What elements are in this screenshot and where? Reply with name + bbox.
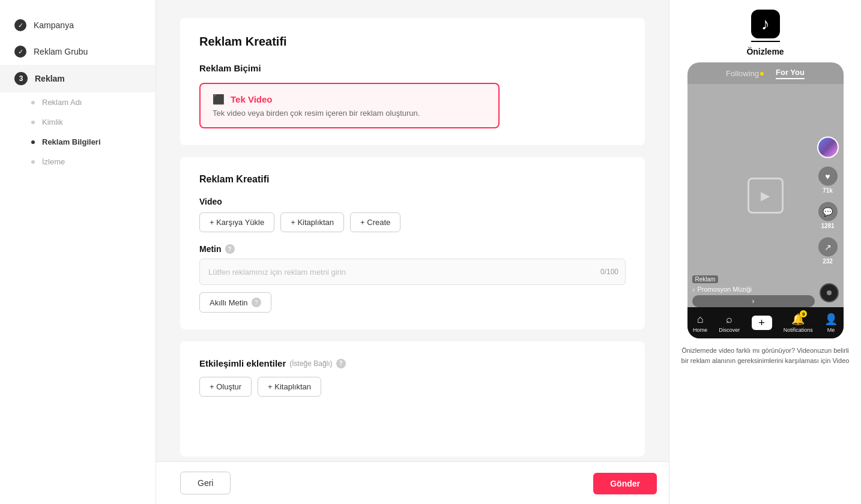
dot-reklam-adi: [31, 101, 35, 104]
nav-notifications-label: Notifications: [784, 327, 813, 333]
dot-reklam-bilgileri: [31, 140, 35, 144]
sidebar: ✓ Kampanya ✓ Reklam Grubu 3 Reklam Rekla…: [0, 0, 156, 504]
format-tek-video[interactable]: ⬛ Tek Video Tek video veya birden çok re…: [199, 83, 500, 128]
search-icon: ⌕: [726, 313, 733, 326]
metin-help-icon[interactable]: ?: [225, 244, 235, 254]
sidebar-subitem-reklam-bilgileri[interactable]: Reklam Bilgileri: [0, 132, 156, 152]
dot-izleme: [31, 160, 35, 164]
metin-label-row: Metin ?: [199, 244, 626, 254]
home-icon: ⌂: [697, 313, 704, 326]
sidebar-sublabel-reklam-adi: Reklam Adı: [42, 98, 82, 107]
sidebar-item-kampanya[interactable]: ✓ Kampanya: [0, 12, 156, 38]
phone-right-icons: ♥ 71k 💬 1281 ↗ 232: [817, 137, 839, 265]
comment-icon: 💬: [818, 202, 838, 221]
step-num-reklam: 3: [14, 72, 28, 85]
nav-me[interactable]: 👤 Me: [824, 313, 838, 333]
sidebar-subitem-reklam-adi[interactable]: Reklam Adı: [0, 92, 156, 112]
check-icon-kampanya: ✓: [14, 19, 26, 31]
heart-icon: ♥: [818, 167, 838, 186]
etkilesim-help-icon[interactable]: ?: [336, 359, 346, 368]
preview-info: Önizlemede video farklı mı görünüyor? Vi…: [679, 346, 851, 365]
nav-add[interactable]: +: [752, 316, 772, 330]
reklam-badge: Reklam: [692, 275, 719, 283]
spinning-disc: [820, 283, 839, 302]
phone-top-bar: Following For You: [687, 62, 844, 84]
tiktok-logo: ♪: [751, 10, 780, 38]
avatar: [817, 137, 839, 158]
music-progress-bar: ›: [692, 295, 815, 307]
music-label: Promosyon Müziği: [698, 286, 752, 293]
format-options: ⬛ Tek Video Tek video veya birden çok re…: [199, 83, 626, 128]
check-icon-reklam-grubu: ✓: [14, 46, 26, 58]
metin-label-text: Metin: [199, 244, 222, 254]
etkilesim-section: Etkileşimli eklentiler (İsteğe Bağlı) ? …: [180, 341, 645, 457]
back-button[interactable]: Geri: [180, 472, 231, 494]
nav-discover-label: Discover: [719, 327, 740, 333]
share-action[interactable]: ↗ 232: [818, 238, 838, 265]
tab-following-label: Following: [726, 69, 759, 78]
etkilesim-label-row: Etkileşimli eklentiler (İsteğe Bağlı) ?: [199, 358, 626, 368]
sidebar-label-kampanya: Kampanya: [34, 20, 74, 30]
sidebar-sublabel-izleme: İzleme: [42, 157, 65, 166]
preview-label: Önizleme: [746, 47, 784, 56]
video-format-icon: ⬛: [213, 94, 225, 105]
etkilesim-label-text: Etkileşimli eklentiler: [199, 358, 286, 368]
etkilesim-create-btn[interactable]: + Oluştur: [199, 377, 252, 397]
kreativ-title: Reklam Kreatifi: [199, 174, 626, 185]
video-label: Video: [199, 197, 626, 206]
library-btn[interactable]: + Kitaplıktan: [280, 212, 344, 232]
etkilesim-library-btn[interactable]: + Kitaplıktan: [258, 377, 321, 397]
notifications-icon: 🔔: [791, 313, 805, 326]
ad-format-card: Reklam Kreatifi Reklam Biçimi ⬛ Tek Vide…: [180, 18, 645, 145]
page-title: Reklam Kreatifi: [199, 35, 626, 49]
nav-discover[interactable]: ⌕ Discover: [719, 313, 740, 333]
video-placeholder: [748, 178, 784, 214]
following-dot: [760, 72, 764, 76]
sidebar-item-reklam-grubu[interactable]: ✓ Reklam Grubu: [0, 38, 156, 65]
format-description: Tek video veya birden çok resim içeren b…: [213, 109, 486, 118]
progress-chevron-icon: ›: [752, 297, 755, 305]
akilli-metin-label: Akıllı Metin: [210, 298, 248, 307]
bottom-bar: Geri: [156, 461, 669, 504]
sidebar-sublabel-reklam-bilgileri: Reklam Bilgileri: [42, 137, 101, 146]
akilli-help-icon[interactable]: ?: [252, 298, 261, 307]
share-icon: ↗: [818, 238, 838, 257]
format-name: Tek Video: [231, 94, 272, 104]
akilli-metin-btn[interactable]: Akıllı Metin ?: [199, 292, 271, 313]
nav-notifications[interactable]: 🔔 Notifications: [784, 313, 813, 333]
create-btn[interactable]: + Create: [350, 212, 400, 232]
video-btn-group: + Karşıya Yükle + Kitaplıktan + Create: [199, 212, 626, 232]
upload-btn[interactable]: + Karşıya Yükle: [199, 212, 274, 232]
music-note-icon: ♪: [692, 286, 695, 293]
like-count: 71k: [823, 187, 833, 194]
preview-divider: [751, 41, 780, 42]
optional-badge: (İsteğe Bağlı): [289, 359, 332, 368]
etkilesim-btn-group: + Oluştur + Kitaplıktan: [199, 377, 626, 397]
like-action[interactable]: ♥ 71k: [818, 167, 838, 194]
metin-counter: 0/100: [600, 268, 618, 276]
nav-me-label: Me: [827, 327, 835, 333]
profile-icon: 👤: [824, 313, 838, 326]
sidebar-subitem-kimlik[interactable]: Kimlik: [0, 112, 156, 132]
kreativ-section: Reklam Kreatifi Video + Karşıya Yükle + …: [180, 157, 645, 329]
sidebar-label-reklam: Reklam: [35, 74, 65, 83]
tab-following[interactable]: Following: [726, 69, 764, 78]
sidebar-subitem-izleme[interactable]: İzleme: [0, 152, 156, 172]
nav-home-label: Home: [693, 327, 707, 333]
tab-foryou[interactable]: For You: [776, 68, 805, 79]
main-content: Reklam Kreatifi Reklam Biçimi ⬛ Tek Vide…: [156, 0, 669, 504]
phone-nav: ⌂ Home ⌕ Discover + 🔔 Notifications 👤 Me: [687, 307, 844, 338]
send-button[interactable]: Gönder: [593, 473, 657, 494]
tiktok-logo-icon: ♪: [761, 14, 770, 34]
metin-placeholder: Lütfen reklamınız için reklam metni giri…: [208, 268, 346, 277]
sidebar-item-reklam[interactable]: 3 Reklam: [0, 65, 156, 92]
metin-input-wrapper: Lütfen reklamınız için reklam metni giri…: [199, 259, 626, 285]
sidebar-label-reklam-grubu: Reklam Grubu: [34, 47, 88, 56]
dot-kimlik: [31, 121, 35, 124]
music-row: ♪ Promosyon Müziği: [692, 286, 815, 293]
add-icon: +: [752, 316, 772, 330]
nav-home[interactable]: ⌂ Home: [693, 313, 707, 333]
comment-action[interactable]: 💬 1281: [818, 202, 838, 229]
metin-input-display[interactable]: Lütfen reklamınız için reklam metni giri…: [199, 259, 626, 285]
ad-format-title: Reklam Biçimi: [199, 63, 626, 73]
